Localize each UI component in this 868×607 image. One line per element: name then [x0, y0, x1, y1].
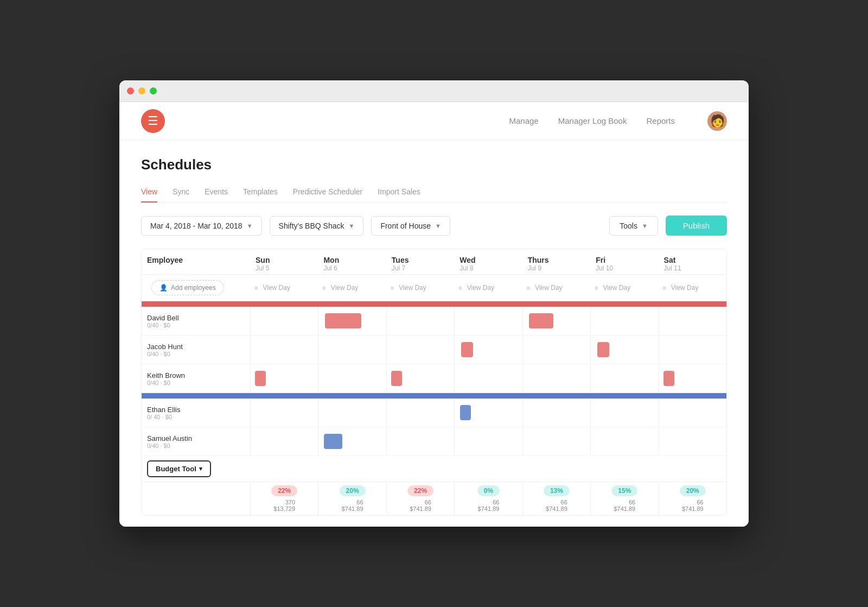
samuel-austin-tue[interactable]	[386, 427, 454, 456]
avatar[interactable]: 🧑	[707, 111, 727, 131]
david-bell-mon[interactable]	[318, 307, 386, 335]
ethan-ellis-sat[interactable]	[659, 399, 726, 427]
date-range-picker[interactable]: Mar 4, 2018 - Mar 10, 2018 ▼	[141, 216, 262, 236]
employee-row-david-bell: David Bell 0/40 · $0	[142, 307, 726, 336]
nav-reports[interactable]: Reports	[646, 116, 675, 125]
person-icon: 👤	[159, 284, 168, 292]
tools-arrow-icon: ▼	[642, 223, 648, 229]
mon-view-day-label: View Day	[331, 284, 358, 292]
department-arrow-icon: ▼	[435, 223, 441, 229]
keith-brown-sat[interactable]	[659, 364, 726, 393]
location-picker[interactable]: Shifty's BBQ Shack ▼	[270, 216, 364, 236]
budget-sun-dollars: $13,729	[273, 505, 295, 512]
budget-fri: 15% 66 $741.89	[590, 482, 658, 515]
jacob-hunt-tue[interactable]	[386, 336, 454, 364]
david-bell-tue[interactable]	[386, 307, 454, 335]
titlebar	[119, 80, 749, 102]
add-employees-button[interactable]: 👤 Add employees	[151, 280, 224, 295]
jacob-hunt-thu[interactable]	[522, 336, 590, 364]
ethan-ellis-mon[interactable]	[318, 399, 386, 427]
ethan-ellis-wed[interactable]	[454, 399, 522, 427]
mon-header: Mon Jul 6	[318, 249, 386, 274]
tab-import-sales[interactable]: Import Sales	[378, 183, 420, 203]
minimize-dot[interactable]	[138, 87, 145, 94]
david-bell-sat[interactable]	[659, 307, 726, 335]
tab-templates[interactable]: Templates	[243, 183, 278, 203]
jacob-hunt-wed[interactable]	[454, 336, 522, 364]
david-bell-sun[interactable]	[250, 307, 318, 335]
close-dot[interactable]	[127, 87, 134, 94]
page-title: Schedules	[141, 156, 727, 173]
jacob-hunt-mon[interactable]	[318, 336, 386, 364]
samuel-austin-sun[interactable]	[250, 427, 318, 456]
budget-thu-total: 66	[561, 499, 567, 505]
publish-button[interactable]: Publish	[666, 216, 727, 236]
lines-icon: ≡	[391, 284, 394, 291]
david-bell-wed[interactable]	[454, 307, 522, 335]
date-range-arrow-icon: ▼	[247, 223, 253, 229]
thu-view-day[interactable]: ≡ View Day	[522, 280, 590, 296]
budget-sat-dollars: $741.89	[682, 505, 704, 512]
tab-events[interactable]: Events	[205, 183, 228, 203]
keith-brown-tue[interactable]	[386, 364, 454, 393]
main-content: Schedules View Sync Events Templates Pre…	[119, 140, 749, 527]
nav-links: Manage Manager Log Book Reports 🧑	[509, 111, 727, 131]
tue-header: Tues Jul 7	[386, 249, 454, 274]
keith-brown-fri[interactable]	[590, 364, 658, 393]
date-range-label: Mar 4, 2018 - Mar 10, 2018	[150, 222, 242, 230]
nav-manager-log-book[interactable]: Manager Log Book	[558, 116, 627, 125]
budget-tool-button[interactable]: Budget Tool ▾	[147, 460, 211, 477]
samuel-austin-wed[interactable]	[454, 427, 522, 456]
sun-view-day[interactable]: ≡ View Day	[250, 280, 318, 296]
logo[interactable]: ☰	[141, 109, 165, 133]
nav-manage[interactable]: Manage	[509, 116, 538, 125]
samuel-austin-fri[interactable]	[590, 427, 658, 456]
fri-view-day[interactable]: ≡ View Day	[590, 280, 658, 296]
budget-mon-total: 66	[356, 499, 363, 505]
budget-fri-total: 66	[629, 499, 635, 505]
ethan-ellis-tue[interactable]	[386, 399, 454, 427]
emp-name-jacob-hunt: Jacob Hunt	[147, 343, 245, 351]
jacob-hunt-fri[interactable]	[590, 336, 658, 364]
ethan-ellis-sun[interactable]	[250, 399, 318, 427]
lines-icon: ≡	[322, 284, 326, 291]
budget-wed: 0% 66 $741.89	[454, 482, 522, 515]
tab-predictive-scheduler[interactable]: Predictive Scheduler	[293, 183, 362, 203]
jacob-hunt-sat[interactable]	[659, 336, 726, 364]
ethan-ellis-fri[interactable]	[590, 399, 658, 427]
samuel-austin-sat[interactable]	[659, 427, 726, 456]
emp-info-keith-brown: Keith Brown 0/40 · $0	[142, 367, 250, 390]
tab-sync[interactable]: Sync	[173, 183, 189, 203]
budget-sun: 22% 370 $13,729	[250, 482, 318, 515]
budget-thu-dollars: $741.89	[546, 505, 567, 512]
department-label: Front of House	[380, 222, 431, 230]
budget-sun-badge: 22%	[271, 485, 297, 496]
budget-emp-col	[142, 495, 250, 503]
keith-brown-wed[interactable]	[454, 364, 522, 393]
maximize-dot[interactable]	[150, 87, 157, 94]
wed-view-day[interactable]: ≡ View Day	[454, 280, 522, 296]
location-label: Shifty's BBQ Shack	[279, 222, 344, 230]
samuel-austin-thu[interactable]	[522, 427, 590, 456]
schedule-grid: Employee Sun Jul 5 Mon Jul 6 Tues Jul 7	[141, 249, 727, 516]
keith-brown-sun[interactable]	[250, 364, 318, 393]
wed-view-day-label: View Day	[467, 284, 494, 292]
jacob-hunt-sun[interactable]	[250, 336, 318, 364]
tab-view[interactable]: View	[141, 183, 157, 203]
keith-brown-mon[interactable]	[318, 364, 386, 393]
david-bell-fri[interactable]	[590, 307, 658, 335]
sat-view-day[interactable]: ≡ View Day	[659, 280, 726, 296]
tue-view-day[interactable]: ≡ View Day	[386, 280, 454, 296]
david-bell-thu[interactable]	[522, 307, 590, 335]
keith-brown-thu[interactable]	[522, 364, 590, 393]
budget-tue-total: 66	[425, 499, 431, 505]
tools-button[interactable]: Tools ▼	[609, 216, 658, 236]
ethan-ellis-thu[interactable]	[522, 399, 590, 427]
budget-tue: 22% 66 $741.89	[386, 482, 454, 515]
emp-info-samuel-austin: Samuel Austin 0/40 · $0	[142, 430, 250, 453]
budget-sat-badge: 20%	[680, 485, 706, 496]
tue-view-day-label: View Day	[399, 284, 426, 292]
mon-view-day[interactable]: ≡ View Day	[318, 280, 386, 296]
department-picker[interactable]: Front of House ▼	[371, 216, 450, 236]
samuel-austin-mon[interactable]	[318, 427, 386, 456]
